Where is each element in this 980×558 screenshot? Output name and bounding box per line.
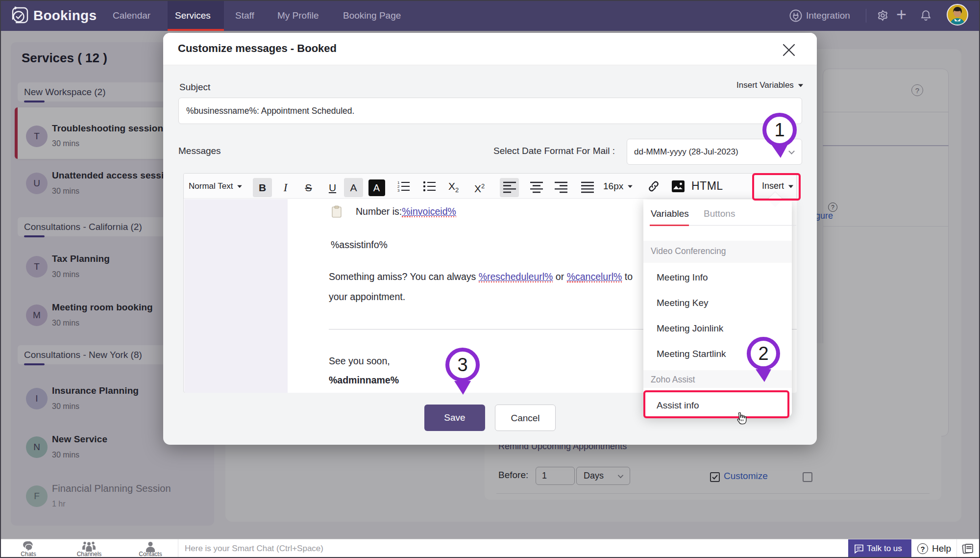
svg-text:3: 3 (397, 188, 400, 192)
svg-text:1: 1 (774, 120, 784, 140)
svg-text:2: 2 (758, 343, 768, 364)
svg-text:3: 3 (457, 355, 467, 375)
